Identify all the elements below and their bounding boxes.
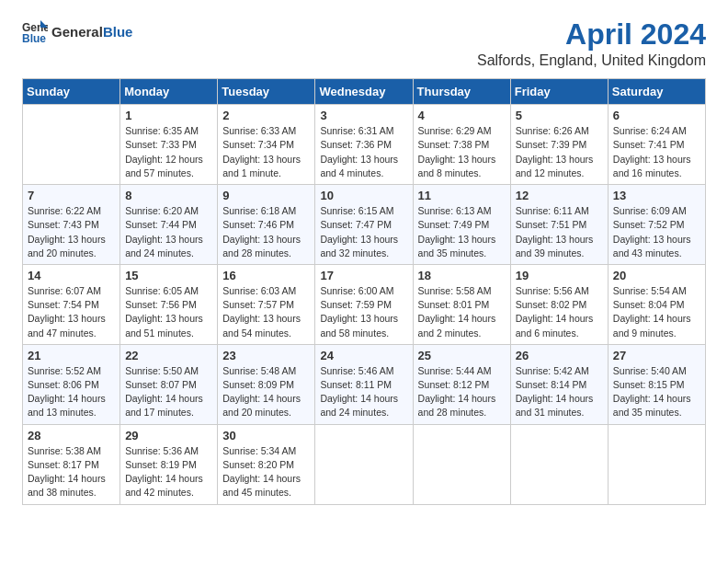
day-number: 23 (222, 349, 310, 362)
cell-content: Sunrise: 5:46 AM Sunset: 8:11 PM Dayligh… (320, 364, 407, 420)
day-number: 28 (28, 429, 115, 442)
logo-text-blue: Blue (103, 24, 133, 40)
day-number: 14 (28, 269, 115, 282)
weekday-header-wednesday: Wednesday (315, 79, 413, 105)
cell-content: Sunrise: 6:29 AM Sunset: 7:38 PM Dayligh… (418, 124, 506, 180)
cell-content: Sunrise: 5:58 AM Sunset: 8:01 PM Dayligh… (418, 284, 506, 340)
weekday-header-thursday: Thursday (413, 79, 510, 105)
cell-content: Sunrise: 6:18 AM Sunset: 7:46 PM Dayligh… (222, 204, 310, 260)
cell-content: Sunrise: 6:31 AM Sunset: 7:36 PM Dayligh… (320, 124, 407, 180)
cell-content: Sunrise: 5:50 AM Sunset: 8:07 PM Dayligh… (125, 364, 212, 420)
cell-content: Sunrise: 5:48 AM Sunset: 8:09 PM Dayligh… (222, 364, 310, 420)
day-number: 24 (320, 349, 407, 362)
cell-content: Sunrise: 6:13 AM Sunset: 7:49 PM Dayligh… (418, 204, 506, 260)
cell-content: Sunrise: 5:36 AM Sunset: 8:19 PM Dayligh… (125, 444, 212, 500)
day-number: 4 (418, 109, 506, 122)
calendar-cell-w5-d2: 29Sunrise: 5:36 AM Sunset: 8:19 PM Dayli… (120, 424, 218, 504)
calendar-cell-w3-d7: 20Sunrise: 5:54 AM Sunset: 8:04 PM Dayli… (608, 264, 705, 344)
week-row-4: 21Sunrise: 5:52 AM Sunset: 8:06 PM Dayli… (23, 344, 706, 424)
calendar-cell-w2-d7: 13Sunrise: 6:09 AM Sunset: 7:52 PM Dayli… (608, 185, 705, 265)
day-number: 1 (125, 109, 212, 122)
calendar-cell-w4-d5: 25Sunrise: 5:44 AM Sunset: 8:12 PM Dayli… (413, 344, 510, 424)
calendar-cell-w1-d5: 4Sunrise: 6:29 AM Sunset: 7:38 PM Daylig… (413, 105, 510, 185)
day-number: 25 (418, 349, 506, 362)
day-number: 5 (516, 109, 603, 122)
calendar-cell-w2-d5: 11Sunrise: 6:13 AM Sunset: 7:49 PM Dayli… (413, 185, 510, 265)
weekday-header-tuesday: Tuesday (218, 79, 315, 105)
calendar-cell-w4-d7: 27Sunrise: 5:40 AM Sunset: 8:15 PM Dayli… (608, 344, 705, 424)
weekday-header-sunday: Sunday (23, 79, 120, 105)
cell-content: Sunrise: 6:11 AM Sunset: 7:51 PM Dayligh… (516, 204, 603, 260)
calendar-cell-w3-d6: 19Sunrise: 5:56 AM Sunset: 8:02 PM Dayli… (510, 264, 608, 344)
day-number: 8 (125, 189, 212, 202)
calendar-cell-w1-d2: 1Sunrise: 6:35 AM Sunset: 7:33 PM Daylig… (120, 105, 218, 185)
day-number: 22 (125, 349, 212, 362)
cell-content: Sunrise: 6:35 AM Sunset: 7:33 PM Dayligh… (125, 124, 212, 180)
cell-content: Sunrise: 5:42 AM Sunset: 8:14 PM Dayligh… (516, 364, 603, 420)
svg-text:Blue: Blue (22, 32, 46, 44)
calendar-cell-w2-d3: 9Sunrise: 6:18 AM Sunset: 7:46 PM Daylig… (218, 185, 315, 265)
weekday-header-saturday: Saturday (608, 79, 705, 105)
calendar-cell-w4-d4: 24Sunrise: 5:46 AM Sunset: 8:11 PM Dayli… (315, 344, 413, 424)
calendar-cell-w5-d1: 28Sunrise: 5:38 AM Sunset: 8:17 PM Dayli… (23, 424, 120, 504)
calendar-cell-w5-d4 (315, 424, 413, 504)
cell-content: Sunrise: 6:15 AM Sunset: 7:47 PM Dayligh… (320, 204, 407, 260)
day-number: 15 (125, 269, 212, 282)
day-number: 26 (516, 349, 603, 362)
calendar-cell-w3-d4: 17Sunrise: 6:00 AM Sunset: 7:59 PM Dayli… (315, 264, 413, 344)
calendar-cell-w1-d6: 5Sunrise: 6:26 AM Sunset: 7:39 PM Daylig… (510, 105, 608, 185)
cell-content: Sunrise: 6:26 AM Sunset: 7:39 PM Dayligh… (516, 124, 603, 180)
calendar-cell-w2-d1: 7Sunrise: 6:22 AM Sunset: 7:43 PM Daylig… (23, 185, 120, 265)
cell-content: Sunrise: 5:44 AM Sunset: 8:12 PM Dayligh… (418, 364, 506, 420)
cell-content: Sunrise: 6:33 AM Sunset: 7:34 PM Dayligh… (222, 124, 310, 180)
calendar-cell-w4-d3: 23Sunrise: 5:48 AM Sunset: 8:09 PM Dayli… (218, 344, 315, 424)
calendar-cell-w1-d4: 3Sunrise: 6:31 AM Sunset: 7:36 PM Daylig… (315, 105, 413, 185)
cell-content: Sunrise: 5:56 AM Sunset: 8:02 PM Dayligh… (516, 284, 603, 340)
day-number: 9 (222, 189, 310, 202)
calendar-cell-w5-d7 (608, 424, 705, 504)
day-number: 12 (516, 189, 603, 202)
day-number: 10 (320, 189, 407, 202)
cell-content: Sunrise: 6:20 AM Sunset: 7:44 PM Dayligh… (125, 204, 212, 260)
day-number: 29 (125, 429, 212, 442)
day-number: 30 (222, 429, 310, 442)
calendar-cell-w4-d2: 22Sunrise: 5:50 AM Sunset: 8:07 PM Dayli… (120, 344, 218, 424)
week-row-3: 14Sunrise: 6:07 AM Sunset: 7:54 PM Dayli… (23, 264, 706, 344)
calendar-cell-w1-d7: 6Sunrise: 6:24 AM Sunset: 7:41 PM Daylig… (608, 105, 705, 185)
calendar-table: SundayMondayTuesdayWednesdayThursdayFrid… (22, 78, 706, 504)
cell-content: Sunrise: 5:40 AM Sunset: 8:15 PM Dayligh… (613, 364, 700, 420)
location: Salfords, England, United Kingdom (477, 52, 706, 69)
calendar-cell-w5-d5 (413, 424, 510, 504)
logo-text-general: General (51, 24, 103, 40)
cell-content: Sunrise: 6:05 AM Sunset: 7:56 PM Dayligh… (125, 284, 212, 340)
day-number: 2 (222, 109, 310, 122)
day-number: 19 (516, 269, 603, 282)
calendar-cell-w3-d1: 14Sunrise: 6:07 AM Sunset: 7:54 PM Dayli… (23, 264, 120, 344)
cell-content: Sunrise: 6:00 AM Sunset: 7:59 PM Dayligh… (320, 284, 407, 340)
calendar-cell-w4-d1: 21Sunrise: 5:52 AM Sunset: 8:06 PM Dayli… (23, 344, 120, 424)
cell-content: Sunrise: 5:34 AM Sunset: 8:20 PM Dayligh… (222, 444, 310, 500)
cell-content: Sunrise: 5:52 AM Sunset: 8:06 PM Dayligh… (28, 364, 115, 420)
cell-content: Sunrise: 6:22 AM Sunset: 7:43 PM Dayligh… (28, 204, 115, 260)
calendar-cell-w3-d3: 16Sunrise: 6:03 AM Sunset: 7:57 PM Dayli… (218, 264, 315, 344)
calendar-cell-w2-d2: 8Sunrise: 6:20 AM Sunset: 7:44 PM Daylig… (120, 185, 218, 265)
calendar-cell-w3-d5: 18Sunrise: 5:58 AM Sunset: 8:01 PM Dayli… (413, 264, 510, 344)
logo-icon: General Blue (22, 18, 48, 44)
cell-content: Sunrise: 6:09 AM Sunset: 7:52 PM Dayligh… (613, 204, 700, 260)
logo: General Blue GeneralBlue (22, 18, 132, 44)
weekday-header-friday: Friday (510, 79, 608, 105)
page-header: General Blue GeneralBlue April 2024 Salf… (22, 18, 706, 69)
calendar-cell-w4-d6: 26Sunrise: 5:42 AM Sunset: 8:14 PM Dayli… (510, 344, 608, 424)
cell-content: Sunrise: 5:54 AM Sunset: 8:04 PM Dayligh… (613, 284, 700, 340)
calendar-cell-w2-d6: 12Sunrise: 6:11 AM Sunset: 7:51 PM Dayli… (510, 185, 608, 265)
week-row-1: 1Sunrise: 6:35 AM Sunset: 7:33 PM Daylig… (23, 105, 706, 185)
day-number: 3 (320, 109, 407, 122)
calendar-cell-w5-d6 (510, 424, 608, 504)
calendar-cell-w5-d3: 30Sunrise: 5:34 AM Sunset: 8:20 PM Dayli… (218, 424, 315, 504)
month-title: April 2024 (477, 18, 706, 51)
day-number: 13 (613, 189, 700, 202)
cell-content: Sunrise: 6:24 AM Sunset: 7:41 PM Dayligh… (613, 124, 700, 180)
day-number: 20 (613, 269, 700, 282)
week-row-2: 7Sunrise: 6:22 AM Sunset: 7:43 PM Daylig… (23, 185, 706, 265)
day-number: 21 (28, 349, 115, 362)
